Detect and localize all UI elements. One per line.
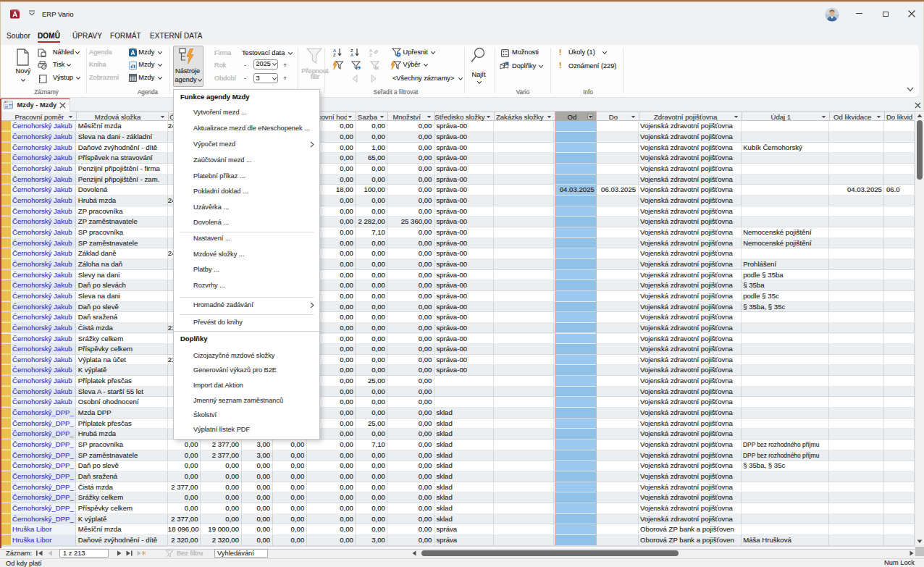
- svg-text:Z: Z: [333, 52, 336, 57]
- svg-text:Z: Z: [369, 52, 372, 57]
- svg-text:A: A: [350, 52, 354, 57]
